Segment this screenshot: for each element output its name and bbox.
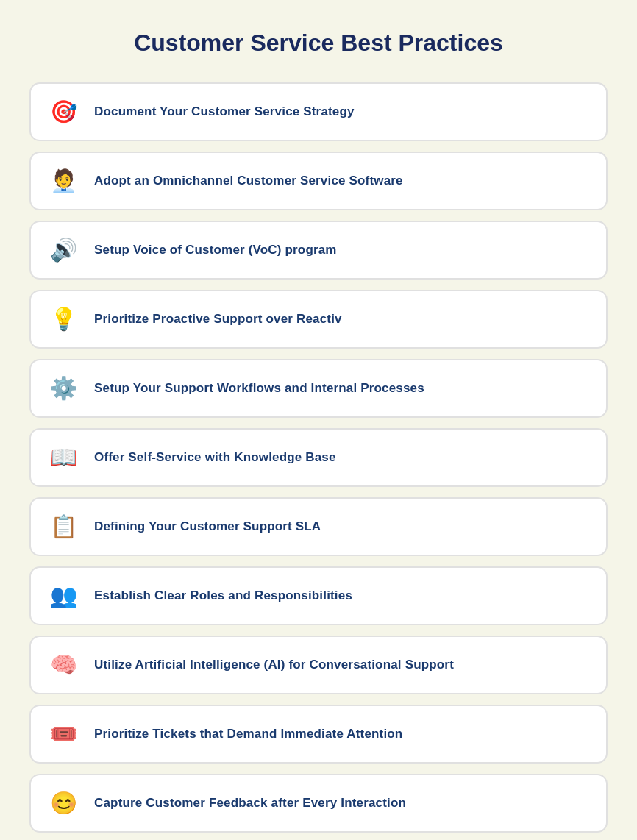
item-label-5: Setup Your Support Workflows and Interna… [94, 381, 424, 396]
item-icon-1: 🎯 [46, 94, 81, 129]
list-item[interactable]: 🧠Utilize Artificial Intelligence (AI) fo… [29, 636, 608, 694]
item-icon-9: 🧠 [46, 647, 81, 683]
item-label-8: Establish Clear Roles and Responsibiliti… [94, 588, 352, 603]
item-icon-7: 📋 [46, 509, 81, 544]
item-label-1: Document Your Customer Service Strategy [94, 104, 355, 119]
list-item[interactable]: 🔊Setup Voice of Customer (VoC) program [29, 221, 608, 280]
item-label-11: Capture Customer Feedback after Every In… [94, 796, 406, 811]
list-item[interactable]: 🧑‍💼Adopt an Omnichannel Customer Service… [29, 152, 608, 210]
item-icon-2: 🧑‍💼 [46, 163, 81, 199]
item-icon-6: 📖 [46, 440, 81, 475]
list-item[interactable]: 🎟️Prioritize Tickets that Demand Immedia… [29, 705, 608, 764]
list-item[interactable]: 😊Capture Customer Feedback after Every I… [29, 774, 608, 833]
list-item[interactable]: ⚙️Setup Your Support Workflows and Inter… [29, 359, 608, 418]
item-icon-10: 🎟️ [46, 716, 81, 752]
list-item[interactable]: 👥Establish Clear Roles and Responsibilit… [29, 566, 608, 625]
item-icon-3: 🔊 [46, 232, 81, 268]
item-label-6: Offer Self-Service with Knowledge Base [94, 450, 336, 465]
item-label-2: Adopt an Omnichannel Customer Service So… [94, 174, 403, 188]
list-item[interactable]: 💡Prioritize Proactive Support over React… [29, 290, 608, 349]
item-icon-8: 👥 [46, 578, 81, 613]
item-label-7: Defining Your Customer Support SLA [94, 519, 321, 534]
list-item[interactable]: 📖Offer Self-Service with Knowledge Base [29, 428, 608, 487]
item-icon-11: 😊 [46, 786, 81, 821]
page-title: Customer Service Best Practices [29, 22, 608, 57]
item-icon-4: 💡 [46, 302, 81, 337]
item-label-3: Setup Voice of Customer (VoC) program [94, 243, 337, 257]
item-label-9: Utilize Artificial Intelligence (AI) for… [94, 658, 454, 672]
items-list: 🎯Document Your Customer Service Strategy… [29, 82, 608, 840]
item-label-10: Prioritize Tickets that Demand Immediate… [94, 727, 402, 741]
item-icon-5: ⚙️ [46, 371, 81, 406]
item-label-4: Prioritize Proactive Support over Reacti… [94, 312, 342, 327]
list-item[interactable]: 📋Defining Your Customer Support SLA [29, 497, 608, 556]
list-item[interactable]: 🎯Document Your Customer Service Strategy [29, 82, 608, 141]
